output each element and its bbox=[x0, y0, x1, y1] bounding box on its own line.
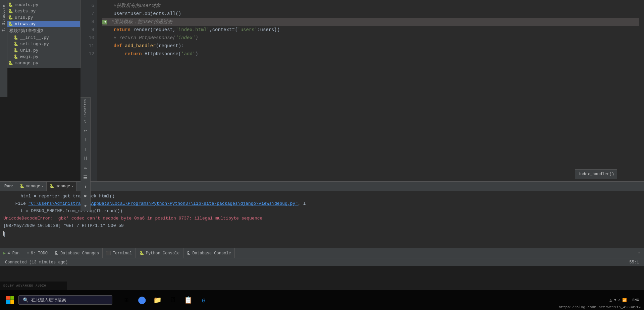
file-link[interactable]: "C:\Users\Administrator\AppData\Local\Pr… bbox=[29, 201, 298, 206]
hover-hint: index_handler() bbox=[575, 169, 617, 179]
python-file-icon: 🐍 bbox=[8, 21, 13, 26]
step-button[interactable]: ⇛ bbox=[82, 164, 90, 172]
console-error-line: UnicodeDecodeError: 'gbk' codec can't de… bbox=[3, 215, 641, 222]
manage-tabs-bar: Run: 🐍 manage ✕ 🐍 manage ✕ bbox=[0, 182, 644, 191]
taskbar-icon-grid[interactable]: ⊞ bbox=[119, 293, 134, 307]
python-file-icon: 🐍 bbox=[8, 2, 13, 7]
tray-icons: △ ⊞ ♪ 📶 bbox=[607, 298, 630, 302]
console-http-line: [08/May/2020 10:59:38] "GET / HTTP/1.1" … bbox=[3, 222, 641, 230]
python-file-icon: 🐍 bbox=[8, 61, 13, 66]
taskbar-tray: △ ⊞ ♪ 📶 ENG bbox=[607, 298, 641, 302]
delete-button[interactable]: ✖ bbox=[82, 192, 90, 200]
folder-item-module2[interactable]: 📁 模块2第1章作业3 bbox=[0, 27, 80, 35]
close-tab-2[interactable]: ✕ bbox=[71, 184, 73, 188]
code-line-8: H #渲染模板，把user传递过去 bbox=[102, 18, 639, 26]
taskbar: 🔍 在此键入进行搜索 ⊞ ⬤ 📁 🖥 📋 ℯ △ ⊞ ♪ 📶 ENG bbox=[0, 290, 644, 310]
python-file-icon: 🐍 bbox=[13, 35, 18, 40]
file-item-tests[interactable]: 🐍 tests.py bbox=[0, 8, 80, 14]
console-line-3: t = DEBUG_ENGINE.from_string(fh.read()) bbox=[10, 207, 641, 215]
search-icon: 🔍 bbox=[23, 297, 29, 303]
code-line-12: return HttpResponse('add') bbox=[102, 50, 639, 58]
todo-icon: ≡ bbox=[26, 251, 29, 256]
python-file-icon: 🐍 bbox=[8, 15, 13, 20]
favorites-label: 2: Favorites bbox=[84, 99, 87, 123]
gutter-icon: H bbox=[102, 20, 107, 24]
cursor-block: │ bbox=[3, 231, 4, 236]
up-button[interactable]: ↑ bbox=[82, 136, 90, 144]
code-line-11: def add_handler(request): bbox=[102, 42, 639, 50]
list-button[interactable]: ☰ bbox=[82, 173, 90, 181]
tray-network[interactable]: 📶 bbox=[622, 298, 627, 302]
tab-terminal[interactable]: ⬛ Terminal bbox=[103, 248, 136, 258]
taskbar-icon-pc[interactable]: 🖥 bbox=[165, 293, 180, 307]
console-output: html = reporter.get_traceback_html() Fil… bbox=[0, 191, 644, 237]
taskbar-icon-ie[interactable]: ℯ bbox=[196, 293, 211, 307]
file-item-wsgi[interactable]: 🐍 wsgi.py bbox=[0, 54, 80, 60]
structure-panel: 7: Structure bbox=[0, 0, 7, 97]
code-content[interactable]: #获取所有的user对象 users=User.objects.all() H … bbox=[97, 0, 644, 181]
file-item-views[interactable]: 🐍 views.py bbox=[0, 21, 80, 27]
line-column: 55:1 bbox=[629, 260, 639, 265]
tray-volume[interactable]: ♪ bbox=[618, 298, 621, 302]
file-item-urls2[interactable]: 🐍 urls.py bbox=[0, 47, 80, 54]
console-line-1: html = reporter.get_traceback_html() bbox=[10, 193, 641, 200]
file-item-models[interactable]: 🐍 models.py bbox=[0, 2, 80, 8]
refresh-button[interactable]: ↩ bbox=[82, 126, 90, 134]
taskbar-search[interactable]: 🔍 在此键入进行搜索 bbox=[18, 295, 112, 305]
code-line-7: users=User.objects.all() bbox=[102, 10, 639, 18]
side-toolbar: 2: Favorites ↩ ↑ ↓ ⏸ ⇛ ☰ ⬆ ✖ ★ bbox=[80, 97, 91, 211]
start-button[interactable] bbox=[3, 293, 17, 307]
taskbar-icon-files[interactable]: 📋 bbox=[181, 293, 196, 307]
file-item-urls[interactable]: 🐍 urls.py bbox=[0, 14, 80, 21]
tray-lang: ENG bbox=[632, 298, 639, 302]
search-placeholder-text: 在此键入进行搜索 bbox=[31, 297, 66, 303]
python-file-icon: 🐍 bbox=[8, 9, 13, 14]
file-item-settings[interactable]: 🐍 settings.py bbox=[0, 41, 80, 47]
python-console-icon: 🐍 bbox=[139, 251, 144, 256]
tray-kbd[interactable]: ⊞ bbox=[614, 298, 616, 302]
taskbar-icon-folder[interactable]: 📁 bbox=[150, 293, 165, 307]
structure-label: 7: Structure bbox=[2, 5, 6, 32]
python-file-icon: 🐍 bbox=[13, 54, 18, 59]
file-item-init[interactable]: 🐍 __init__.py bbox=[0, 35, 80, 41]
python-file-icon: 🐍 bbox=[13, 42, 18, 47]
console-cursor-line: │ bbox=[3, 230, 641, 237]
pause-button[interactable]: ⏸ bbox=[82, 154, 90, 163]
code-line-10: # return HttpResponse('index') bbox=[102, 34, 639, 42]
tab-run[interactable]: ▶ 4 Run bbox=[0, 248, 23, 258]
more-tabs[interactable]: » bbox=[638, 251, 644, 256]
upload-button[interactable]: ⬆ bbox=[82, 183, 90, 191]
connection-status: Connected (13 minutes ago) bbox=[5, 260, 68, 265]
tab-db-changes[interactable]: 🗄 Database Changes bbox=[51, 248, 103, 258]
down-button[interactable]: ↓ bbox=[82, 145, 90, 153]
python-file-icon: 🐍 bbox=[13, 48, 18, 53]
csdn-watermark: https://blog.csdn.net/weixin_45609519 bbox=[559, 305, 641, 309]
manage-tab-2[interactable]: 🐍 manage ✕ bbox=[47, 182, 76, 191]
code-editor: 6 7 8 9 10 11 12 #获取所有的user对象 users=User… bbox=[80, 0, 644, 181]
dolby-label: DOLBY ADVANCED AUDIO bbox=[0, 282, 67, 290]
file-tree: 🐍 models.py 🐍 tests.py 🐍 urls.py 🐍 views… bbox=[0, 0, 80, 68]
tray-arrow[interactable]: △ bbox=[609, 298, 612, 302]
code-line-9: return render(request,'index.html',conte… bbox=[102, 26, 639, 34]
database-console-icon: 🗄 bbox=[187, 251, 191, 256]
tab-todo[interactable]: ≡ 6: TODO bbox=[23, 248, 51, 258]
code-line-6: #获取所有的user对象 bbox=[102, 2, 639, 10]
tab-database-console[interactable]: 🗄 Database Console bbox=[183, 248, 235, 258]
run-panel: Run: 🐍 manage ✕ 🐍 manage ✕ html = report… bbox=[0, 181, 644, 248]
close-tab-1[interactable]: ✕ bbox=[42, 184, 44, 188]
run-icon: ▶ bbox=[3, 251, 6, 256]
tab-python-console[interactable]: 🐍 Python Console bbox=[136, 248, 183, 258]
db-changes-icon: 🗄 bbox=[55, 251, 59, 256]
manage-icon-1: 🐍 bbox=[19, 184, 24, 189]
file-item-manage[interactable]: 🐍 manage.py bbox=[0, 60, 80, 66]
status-right: 55:1 bbox=[629, 260, 639, 265]
manage-tab-1[interactable]: 🐍 manage ✕ bbox=[17, 182, 47, 191]
taskbar-icon-chrome[interactable]: ⬤ bbox=[135, 293, 149, 307]
status-bar: Connected (13 minutes ago) 55:1 bbox=[0, 258, 644, 266]
run-label: Run: bbox=[2, 184, 17, 189]
bottom-tabs-bar: ▶ 4 Run ≡ 6: TODO 🗄 Database Changes ⬛ T… bbox=[0, 248, 644, 258]
taskbar-icons: ⊞ ⬤ 📁 🖥 📋 ℯ bbox=[119, 293, 211, 307]
terminal-icon: ⬛ bbox=[106, 251, 111, 256]
star-button[interactable]: ★ bbox=[82, 201, 90, 209]
windows-logo bbox=[6, 296, 14, 304]
